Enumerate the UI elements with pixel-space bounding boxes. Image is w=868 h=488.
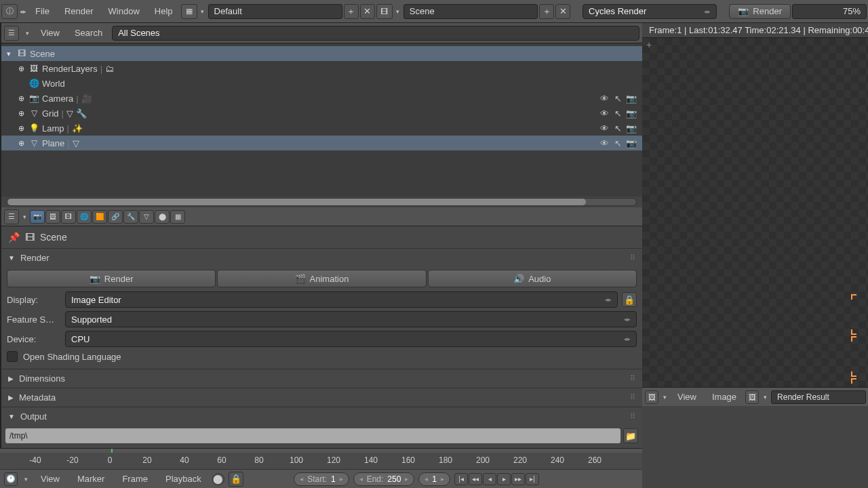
scene-add-icon[interactable]: ＋ [539,4,554,19]
timeline-editor-icon[interactable]: 🕐 [4,472,18,486]
device-select[interactable]: CPU◂▸ [65,331,637,347]
outliner-scroll[interactable] [7,198,637,206]
render-icon[interactable]: 📷 [626,123,637,134]
tab-world-icon[interactable]: 🌐 [77,210,92,224]
engine-select[interactable]: Cycles Render◂▸ [583,4,717,19]
timeline-ruler[interactable]: -40-200204060801001201401601802002202402… [0,453,642,469]
expand-icon[interactable]: ⊕ [16,64,26,73]
tree-row[interactable]: ⊕▽Grid | ▽ 🔧👁↖📷 [1,106,642,121]
tab-data-icon[interactable]: ▽ [139,210,154,224]
display-select[interactable]: Image Editor◂▸ [65,291,618,308]
tab-material-icon[interactable]: ⬤ [155,210,170,224]
tree-row[interactable]: ⊕▽Plane | ▽👁↖📷 [1,136,642,150]
menu-render[interactable]: Render [58,1,100,22]
menu-window[interactable]: Window [102,1,146,22]
object-type-icon: 🎞 [16,48,27,59]
feature-set-select[interactable]: Supported◂▸ [65,311,637,327]
image-browse-icon[interactable]: 🖼 [745,390,759,404]
checkbox-icon[interactable] [7,351,18,362]
osl-checkbox-row[interactable]: Open Shading Language [7,351,637,362]
expand-icon[interactable]: ⊕ [16,94,26,103]
outliner-editor-icon[interactable]: ☰ [4,26,19,41]
play-reverse-icon[interactable]: ◂ [483,473,496,485]
menu-view[interactable]: View [671,386,703,408]
expand-icon[interactable]: ⊕ [16,124,26,133]
pin-icon[interactable]: 📌 [8,232,20,243]
tree-label: Grid [42,108,59,119]
scene-icon[interactable]: 🎞 [376,4,393,19]
scene-field[interactable]: Scene [403,4,538,19]
render-image-button[interactable]: 📷Render [7,270,216,287]
jump-end-icon[interactable]: ▸| [526,473,539,485]
keyframe-next-icon[interactable]: ▸▸ [511,473,525,485]
menu-file[interactable]: File [28,1,56,22]
menu-help[interactable]: Help [148,1,180,22]
render-panel-header[interactable]: ▼ Render⠿ [1,249,642,267]
cursor-icon[interactable]: ↖ [612,138,623,148]
expand-icon[interactable]: ▾ [4,49,14,58]
current-frame-field[interactable]: ◂1▸ [418,472,450,486]
render-icon[interactable]: 📷 [626,94,637,104]
tab-object-icon[interactable]: 🟧 [92,210,107,224]
eye-icon[interactable]: 👁 [599,94,610,104]
tl-menu-view[interactable]: View [34,468,66,489]
expand-icon[interactable]: ⊕ [16,139,26,148]
outliner-view[interactable]: View [35,22,65,44]
tab-modifier-icon[interactable]: 🔧 [123,210,138,224]
file-browse-icon[interactable]: 📁 [623,428,638,443]
output-path-field[interactable]: /tmp\ [5,428,620,443]
cursor-icon[interactable]: ↖ [612,94,623,104]
tl-menu-playback[interactable]: Playback [159,468,208,489]
info-editor-icon[interactable]: ⓘ [1,4,18,19]
editor-type-dropdown[interactable]: ◂▸ [19,8,27,15]
outliner-tree[interactable]: ▾🎞Scene⊕🖼RenderLayers | 🗂🌐World⊕📷Camera … [1,43,642,197]
render-audio-button[interactable]: 🔊Audio [428,270,637,287]
cursor-icon[interactable]: ↖ [612,108,623,119]
dimensions-panel-header[interactable]: ▶Dimensions⠿ [1,369,642,388]
image-name-field[interactable]: Render Result [771,390,866,404]
tab-render-icon[interactable]: 📷 [30,210,45,224]
render-icon[interactable]: 📷 [626,108,637,119]
layout-field[interactable]: Default [208,4,342,19]
render-animation-button[interactable]: 🎬Animation [217,270,426,287]
scene-del-icon[interactable]: ✕ [555,4,570,19]
outliner-filter[interactable]: All Scenes [112,26,639,41]
tree-row[interactable]: 🌐World [1,76,642,91]
outliner-search[interactable]: Search [69,22,108,44]
render-viewport[interactable]: + + [642,38,868,387]
eye-icon[interactable]: 👁 [599,123,610,134]
layout-del-icon[interactable]: ✕ [360,4,375,19]
tree-row[interactable]: ⊕🖼RenderLayers | 🗂 [1,61,642,76]
output-panel-header[interactable]: ▼Output⠿ [1,407,642,426]
tree-row[interactable]: ⊕📷Camera | 🎥👁↖📷 [1,91,642,106]
image-editor-icon[interactable]: 🖼 [645,390,658,404]
metadata-panel-header[interactable]: ▶Metadata⠿ [1,388,642,407]
keying-set-icon[interactable]: 🔒 [229,472,243,487]
tab-texture-icon[interactable]: ▦ [170,210,185,224]
menu-image[interactable]: Image [705,386,743,408]
tree-row[interactable]: ⊕💡Lamp | ✨👁↖📷 [1,121,642,136]
play-icon[interactable]: ▸ [497,473,511,485]
tab-renderlayer-icon[interactable]: 🖼 [45,210,60,224]
layout-add-icon[interactable]: ＋ [344,4,359,19]
expand-icon[interactable]: ⊕ [16,109,26,118]
layout-icon[interactable]: ▦ [181,4,197,19]
eye-icon[interactable]: 👁 [599,138,610,148]
eye-icon[interactable]: 👁 [599,108,610,119]
display-lock-icon[interactable]: 🔒 [622,292,637,307]
properties-editor-icon[interactable]: ☰ [4,209,19,224]
tab-constraint-icon[interactable]: 🔗 [108,210,123,224]
tl-menu-marker[interactable]: Marker [71,468,111,489]
keyframe-prev-icon[interactable]: ◂◂ [469,473,482,485]
split-corner-icon[interactable]: + [646,39,652,50]
end-frame-field[interactable]: ◂End: 250▸ [353,472,415,486]
cursor-icon[interactable]: ↖ [612,123,623,134]
start-frame-field[interactable]: ◂Start: 1▸ [294,472,349,486]
render-button[interactable]: 📷 Render [729,4,791,19]
tl-menu-frame[interactable]: Frame [115,468,155,489]
jump-start-icon[interactable]: |◂ [454,473,468,485]
tab-scene-icon[interactable]: 🎞 [61,210,76,224]
tree-row[interactable]: ▾🎞Scene [1,46,642,61]
render-icon[interactable]: 📷 [626,138,637,148]
record-button[interactable]: ⬤ [212,473,224,485]
